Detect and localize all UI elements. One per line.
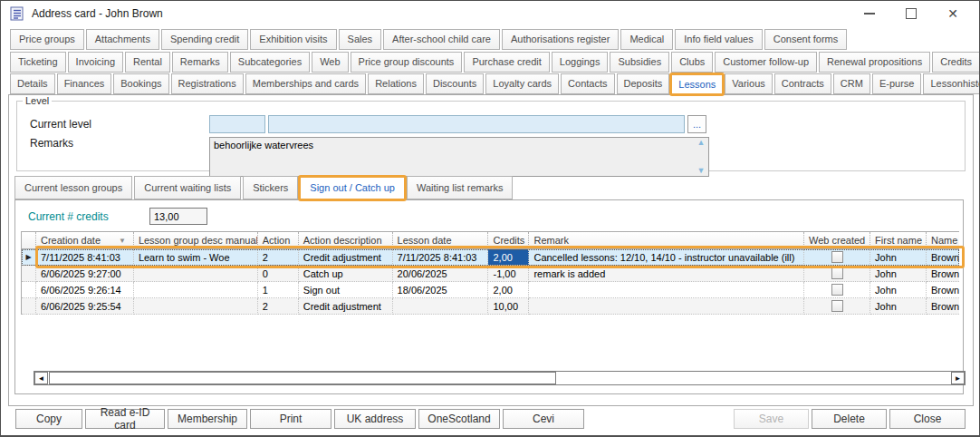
- table-row[interactable]: 6/06/2025 9:26:14 1 Sign out 18/06/2025 …: [22, 282, 959, 298]
- tab-ticketing[interactable]: Ticketing: [10, 52, 66, 73]
- copy-button[interactable]: Copy: [15, 409, 82, 429]
- table-row[interactable]: 6/06/2025 9:25:54 2 Credit adjustment 10…: [22, 298, 959, 315]
- cell-first-name[interactable]: John: [870, 266, 927, 282]
- web-created-checkbox[interactable]: [831, 267, 843, 279]
- subtab-current-lesson-groups[interactable]: Current lesson groups: [14, 176, 132, 199]
- scroll-right-arrow-icon[interactable]: ►: [951, 372, 965, 384]
- cell-web-created[interactable]: [804, 298, 870, 315]
- close-button-footer[interactable]: Close: [889, 409, 966, 429]
- cell-lesson-group[interactable]: [134, 282, 258, 298]
- row-selector-cell[interactable]: [22, 282, 36, 298]
- cell-action[interactable]: 1: [258, 282, 299, 298]
- close-button[interactable]: ✕: [932, 2, 974, 25]
- uk-address-button[interactable]: UK address: [334, 409, 416, 429]
- tab-bookings[interactable]: Bookings: [113, 73, 168, 94]
- grid-header-remark[interactable]: Remark: [529, 232, 804, 248]
- tab-loggings[interactable]: Loggings: [552, 52, 609, 73]
- delete-button[interactable]: Delete: [812, 409, 887, 429]
- grid-header-first-name[interactable]: First name: [870, 232, 927, 248]
- row-selector-cell[interactable]: [22, 298, 36, 315]
- tab-renewal-propositions[interactable]: Renewal propositions: [819, 52, 930, 73]
- cell-action-description[interactable]: Credit adjustment: [299, 249, 393, 266]
- cell-creation-date[interactable]: 7/11/2025 8:41:03: [36, 249, 134, 266]
- cell-action[interactable]: 2: [258, 298, 299, 315]
- read-eid-card-button[interactable]: Read e-ID card: [85, 409, 165, 429]
- minimize-button[interactable]: [849, 2, 890, 25]
- cell-credits[interactable]: 2,00: [488, 282, 529, 298]
- tab-discounts[interactable]: Discounts: [426, 73, 484, 94]
- current-level-browse-button[interactable]: ...: [687, 115, 706, 133]
- cell-credits[interactable]: 10,00: [488, 298, 529, 315]
- grid-header-action-description[interactable]: Action description: [299, 232, 393, 248]
- tab-lessonhistory[interactable]: Lessonhistory: [923, 73, 980, 94]
- tab-price-groups[interactable]: Price groups: [10, 29, 84, 50]
- tab-price-group-discounts[interactable]: Price group discounts: [351, 52, 463, 73]
- tab-details[interactable]: Details: [10, 73, 55, 94]
- grid-header-web-created[interactable]: Web created: [804, 232, 870, 248]
- tab-after-school-child-care[interactable]: After-school child care: [383, 29, 500, 50]
- tab-remarks[interactable]: Remarks: [172, 52, 228, 73]
- subtab-sign-out-catch-up-selected[interactable]: Sign out / Catch up: [300, 176, 405, 199]
- tab-info-field-values[interactable]: Info field values: [675, 29, 762, 50]
- grid-header-action[interactable]: Action: [258, 232, 299, 248]
- tab-e-purse[interactable]: E-purse: [872, 73, 922, 94]
- cell-creation-date[interactable]: 6/06/2025 9:26:14: [36, 282, 134, 298]
- cell-name[interactable]: Brown: [927, 266, 959, 282]
- tab-customer-follow-up[interactable]: Customer follow-up: [715, 52, 817, 73]
- grid-header-creation-date[interactable]: Creation date▼: [36, 232, 134, 248]
- tab-invoicing[interactable]: Invoicing: [68, 52, 123, 73]
- cell-creation-date[interactable]: 6/06/2025 9:25:54: [36, 298, 134, 315]
- tab-subcategories[interactable]: Subcategories: [230, 52, 310, 73]
- scroll-down-icon[interactable]: ▼: [697, 167, 706, 175]
- cell-credits-selected[interactable]: 2,00: [488, 249, 529, 266]
- cell-lesson-date[interactable]: 18/06/2025: [393, 282, 489, 298]
- cell-lesson-date[interactable]: 20/06/2025: [393, 266, 489, 282]
- subtab-current-waiting-lists[interactable]: Current waiting lists: [134, 176, 241, 199]
- row-selector-cell[interactable]: ▶: [22, 249, 36, 266]
- cell-lesson-group[interactable]: Learn to swim - Woe: [134, 249, 258, 266]
- tab-sales[interactable]: Sales: [339, 29, 382, 50]
- table-row-selected[interactable]: ▶ 7/11/2025 8:41:03 Learn to swim - Woe …: [22, 249, 959, 266]
- row-selector-cell[interactable]: [22, 266, 36, 282]
- tab-authorisations-register[interactable]: Authorisations register: [502, 29, 619, 50]
- horizontal-scrollbar[interactable]: ◄ ►: [34, 371, 966, 385]
- tab-subsidies[interactable]: Subsidies: [610, 52, 669, 73]
- cell-lesson-date[interactable]: [393, 298, 489, 315]
- cell-web-created[interactable]: [804, 282, 870, 298]
- cell-remark[interactable]: [529, 298, 804, 315]
- cell-web-created[interactable]: [804, 266, 870, 282]
- remarks-textarea[interactable]: behoorlijke watervrees ▲ ▼: [209, 137, 709, 177]
- cell-action-description[interactable]: Sign out: [299, 282, 393, 298]
- grid-header-name[interactable]: Name: [927, 232, 959, 248]
- tab-crm[interactable]: CRM: [833, 73, 870, 94]
- cell-name[interactable]: Brown: [927, 298, 959, 315]
- current-level-code-field[interactable]: [209, 115, 265, 133]
- web-created-checkbox[interactable]: [831, 251, 843, 263]
- current-level-description-field[interactable]: [268, 115, 685, 133]
- maximize-button[interactable]: [890, 2, 932, 25]
- cell-lesson-group[interactable]: [134, 298, 258, 315]
- cell-action[interactable]: 2: [258, 249, 299, 266]
- save-button[interactable]: Save: [734, 409, 809, 429]
- cell-lesson-group[interactable]: [134, 266, 258, 282]
- cell-action[interactable]: 0: [258, 266, 299, 282]
- tab-relations[interactable]: Relations: [368, 73, 424, 94]
- tab-consent-forms[interactable]: Consent forms: [764, 29, 848, 50]
- cell-first-name[interactable]: John: [870, 282, 927, 298]
- tab-attachments[interactable]: Attachments: [86, 29, 159, 50]
- tab-rental[interactable]: Rental: [125, 52, 170, 73]
- subtab-waiting-list-remarks[interactable]: Waiting list remarks: [407, 176, 514, 199]
- tab-memberships-and-cards[interactable]: Memberships and cards: [245, 73, 366, 94]
- cell-creation-date[interactable]: 6/06/2025 9:27:00: [36, 266, 134, 282]
- scroll-up-icon[interactable]: ▲: [697, 139, 706, 147]
- tab-exhibition-visits[interactable]: Exhibition visits: [250, 29, 336, 50]
- membership-button[interactable]: Membership: [168, 409, 247, 429]
- tab-web[interactable]: Web: [312, 52, 348, 73]
- tab-credits[interactable]: Credits: [932, 52, 980, 73]
- cell-action-description[interactable]: Credit adjustment: [299, 298, 393, 315]
- tab-lessons-selected[interactable]: Lessons: [671, 73, 723, 94]
- cell-remark[interactable]: remark is added: [529, 266, 804, 282]
- tab-spending-credit[interactable]: Spending credit: [161, 29, 248, 50]
- cell-first-name[interactable]: John: [870, 249, 927, 266]
- web-created-checkbox[interactable]: [831, 300, 843, 312]
